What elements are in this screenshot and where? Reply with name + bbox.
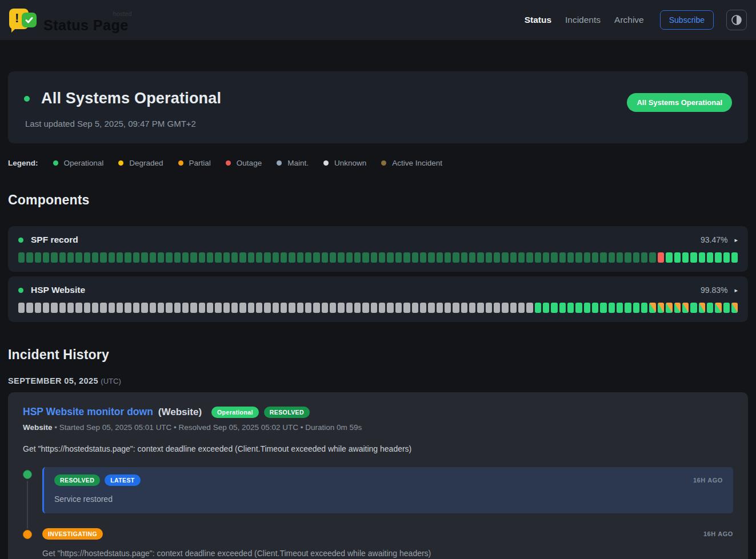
- uptime-bar-nodata[interactable]: [223, 303, 230, 313]
- uptime-bar-nodata[interactable]: [330, 303, 336, 313]
- uptime-bar-op-dim[interactable]: [600, 252, 606, 263]
- uptime-bar-nodata[interactable]: [18, 303, 25, 313]
- uptime-bar-op[interactable]: [715, 252, 721, 263]
- uptime-bar-op-dim[interactable]: [248, 252, 254, 263]
- uptime-bar-nodata[interactable]: [486, 303, 492, 313]
- uptime-bar-op-dim[interactable]: [567, 252, 574, 263]
- uptime-bar-op-dim[interactable]: [346, 252, 353, 263]
- uptime-bar-op-dim[interactable]: [412, 252, 418, 263]
- uptime-bar-op-dim[interactable]: [239, 252, 246, 263]
- uptime-bar-op-dim[interactable]: [67, 252, 74, 263]
- uptime-bar-op[interactable]: [559, 303, 566, 313]
- uptime-bar-nodata[interactable]: [362, 303, 369, 313]
- uptime-bar-op-dim[interactable]: [273, 252, 279, 263]
- uptime-bar-op-dim[interactable]: [461, 252, 467, 263]
- uptime-bar-nodata[interactable]: [428, 303, 434, 313]
- uptime-bar-nodata[interactable]: [453, 303, 459, 313]
- uptime-bar-op[interactable]: [584, 303, 590, 313]
- uptime-bar-nodata[interactable]: [239, 303, 246, 313]
- uptime-bar-op-dim[interactable]: [543, 252, 549, 263]
- uptime-bar-op[interactable]: [567, 303, 574, 313]
- uptime-bar-nodata[interactable]: [395, 303, 402, 313]
- uptime-bar-op-dim[interactable]: [322, 252, 328, 263]
- uptime-bar-partial[interactable]: [731, 303, 738, 313]
- uptime-bar-op[interactable]: [731, 252, 738, 263]
- uptime-bar-nodata[interactable]: [199, 303, 205, 313]
- uptime-bar-op-dim[interactable]: [133, 252, 139, 263]
- component-card-spf-record[interactable]: SPF record93.47%▸: [8, 226, 748, 272]
- uptime-bar-op-dim[interactable]: [649, 252, 655, 263]
- uptime-bar-op-dim[interactable]: [486, 252, 492, 263]
- uptime-bar-op[interactable]: [707, 303, 713, 313]
- uptime-bar-op-dim[interactable]: [289, 252, 295, 263]
- uptime-bar-op-dim[interactable]: [26, 252, 33, 263]
- uptime-bar-nodata[interactable]: [379, 303, 385, 313]
- uptime-bar-op-dim[interactable]: [18, 252, 25, 263]
- uptime-bar-op-dim[interactable]: [625, 252, 631, 263]
- uptime-bar-nodata[interactable]: [100, 303, 106, 313]
- uptime-bar-op-dim[interactable]: [609, 252, 615, 263]
- uptime-bar-nodata[interactable]: [264, 303, 270, 313]
- uptime-bar-op-dim[interactable]: [633, 252, 639, 263]
- uptime-bar-op[interactable]: [633, 303, 639, 313]
- uptime-bar-op-dim[interactable]: [437, 252, 443, 263]
- uptime-bar-op[interactable]: [575, 303, 582, 313]
- uptime-bar-partial[interactable]: [682, 303, 689, 313]
- uptime-bar-op-dim[interactable]: [494, 252, 500, 263]
- component-header[interactable]: SPF record93.47%▸: [18, 235, 738, 245]
- uptime-bar-nodata[interactable]: [322, 303, 328, 313]
- uptime-bar-nodata[interactable]: [215, 303, 221, 313]
- uptime-bar-op[interactable]: [625, 303, 631, 313]
- uptime-bar-op-dim[interactable]: [166, 252, 172, 263]
- uptime-bar-op-dim[interactable]: [51, 252, 57, 263]
- uptime-bar-op[interactable]: [674, 252, 681, 263]
- uptime-bar-op-dim[interactable]: [387, 252, 393, 263]
- uptime-bar-nodata[interactable]: [297, 303, 303, 313]
- uptime-bar-nodata[interactable]: [207, 303, 213, 313]
- incident-title-link[interactable]: HSP Website monitor down: [23, 406, 153, 418]
- uptime-bar-op-dim[interactable]: [330, 252, 336, 263]
- uptime-bar-op-dim[interactable]: [354, 252, 361, 263]
- uptime-bar-op-dim[interactable]: [199, 252, 205, 263]
- uptime-bar-nodata[interactable]: [477, 303, 483, 313]
- uptime-bar-op-dim[interactable]: [575, 252, 582, 263]
- uptime-bar-nodata[interactable]: [461, 303, 467, 313]
- uptime-bar-nodata[interactable]: [166, 303, 172, 313]
- uptime-bar-op-dim[interactable]: [403, 252, 410, 263]
- uptime-bar-nodata[interactable]: [518, 303, 525, 313]
- uptime-bar-op-dim[interactable]: [158, 252, 164, 263]
- uptime-bar-nodata[interactable]: [412, 303, 418, 313]
- uptime-bar-nodata[interactable]: [190, 303, 197, 313]
- uptime-bar-nodata[interactable]: [305, 303, 311, 313]
- uptime-bar-op-dim[interactable]: [617, 252, 623, 263]
- uptime-bar-op-dim[interactable]: [125, 252, 131, 263]
- uptime-bar-op-dim[interactable]: [84, 252, 90, 263]
- uptime-bar-op-dim[interactable]: [256, 252, 262, 263]
- uptime-bar-nodata[interactable]: [150, 303, 156, 313]
- uptime-bar-op[interactable]: [609, 303, 615, 313]
- uptime-bar-op[interactable]: [666, 252, 672, 263]
- uptime-bar-nodata[interactable]: [26, 303, 33, 313]
- expand-arrow-icon[interactable]: ▸: [734, 287, 738, 294]
- nav-item-status[interactable]: Status: [525, 15, 551, 25]
- subscribe-button[interactable]: Subscribe: [660, 10, 714, 30]
- uptime-bar-nodata[interactable]: [445, 303, 451, 313]
- uptime-bar-partial[interactable]: [674, 303, 681, 313]
- expand-arrow-icon[interactable]: ▸: [734, 236, 738, 244]
- uptime-bar-nodata[interactable]: [256, 303, 262, 313]
- nav-item-archive[interactable]: Archive: [614, 15, 644, 25]
- uptime-bar-nodata[interactable]: [59, 303, 66, 313]
- uptime-bar-op[interactable]: [690, 303, 697, 313]
- uptime-bar-nodata[interactable]: [84, 303, 90, 313]
- uptime-bar-nodata[interactable]: [273, 303, 279, 313]
- uptime-bar-nodata[interactable]: [437, 303, 443, 313]
- uptime-bar-op-dim[interactable]: [117, 252, 123, 263]
- uptime-bar-op[interactable]: [617, 303, 623, 313]
- uptime-bar-op-dim[interactable]: [469, 252, 475, 263]
- uptime-bar-nodata[interactable]: [231, 303, 238, 313]
- uptime-bar-nodata[interactable]: [182, 303, 189, 313]
- component-card-hsp-website[interactable]: HSP Website99.83%▸: [8, 276, 748, 322]
- uptime-bar-op-dim[interactable]: [190, 252, 197, 263]
- uptime-bar-op-dim[interactable]: [510, 252, 517, 263]
- uptime-bar-op[interactable]: [690, 252, 697, 263]
